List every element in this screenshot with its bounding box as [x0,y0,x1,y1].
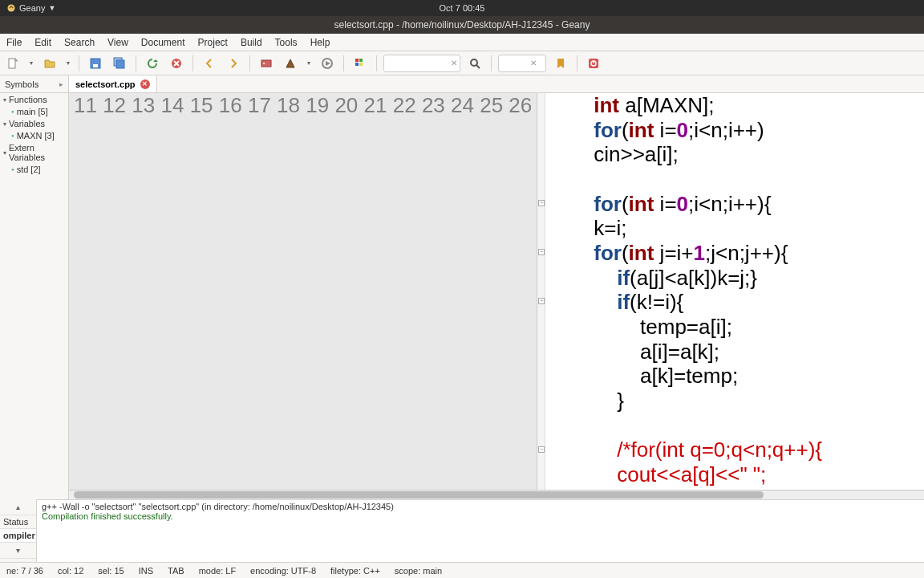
symbols-sidebar: ▾Functions●main [5]▾Variables●MAXN [3]▾E… [0,93,69,499]
code-view: 11 12 13 14 15 16 17 18 19 20 21 22 23 2… [69,93,924,490]
open-file-dropdown[interactable]: ▾ [64,59,72,67]
build-button[interactable] [281,54,300,73]
fold-toggle-icon[interactable]: − [538,249,545,255]
goto-input[interactable] [499,59,528,68]
symbol-group[interactable]: ▾Extern Variables [0,141,68,164]
tree-expand-icon: ▾ [3,96,6,104]
nav-back-button[interactable] [200,54,219,73]
tab-row: Symbols ▸ selectsort.cpp ✕ [0,75,924,93]
menu-bar: FileEditSearchViewDocumentProjectBuildTo… [0,34,924,51]
svg-rect-14 [355,59,359,62]
find-input[interactable] [384,59,448,68]
fold-column: −−−− [537,93,545,490]
svg-marker-13 [326,61,330,66]
reload-button[interactable] [143,54,162,73]
window-title: selectsort.cpp - /home/noilinux/Desktop/… [334,19,590,31]
find-clear-icon[interactable]: ✕ [448,58,460,69]
nav-forward-button[interactable] [224,54,243,73]
horizontal-scrollbar[interactable] [69,490,924,499]
symbol-item[interactable]: ●MAXN [3] [0,130,68,141]
status-tab-mode[interactable]: TAB [168,566,184,576]
symbol-group-label: Extern Variables [9,143,65,162]
sidebar-tab-symbols[interactable]: Symbols ▸ [0,75,69,92]
svg-marker-2 [15,59,18,61]
message-line: Compilation finished successfully. [42,511,919,521]
goto-clear-icon[interactable]: ✕ [528,58,539,69]
compiler-messages[interactable]: g++ -Wall -o "selectsort" "selectsort.cp… [37,499,924,562]
window-title-bar: selectsort.cpp - /home/noilinux/Desktop/… [0,16,924,34]
rail-up-icon[interactable]: ▴ [0,499,36,515]
svg-rect-17 [359,63,363,66]
fold-toggle-icon[interactable]: − [538,298,545,304]
symbol-item-label: main [5] [17,107,48,116]
status-position: ne: 7 / 36 [6,566,43,576]
symbol-item-label: std [2] [17,165,41,174]
code-source[interactable]: int a[MAXN]; for(int i=0;i<n;i++) cin>>a… [545,93,924,490]
menu-item-build[interactable]: Build [234,35,269,51]
symbol-group[interactable]: ▾Variables [0,117,68,130]
menu-item-tools[interactable]: Tools [269,35,304,51]
save-all-button[interactable] [110,54,129,73]
svg-marker-7 [153,59,158,62]
file-tab[interactable]: selectsort.cpp ✕ [69,75,157,92]
svg-rect-4 [93,64,98,67]
symbol-group[interactable]: ▾Functions [0,93,68,106]
chevron-right-icon: ▸ [59,80,63,88]
os-app-name: Geany [19,3,45,13]
menu-item-document[interactable]: Document [135,35,192,51]
svg-marker-11 [286,59,294,67]
new-file-button[interactable] [3,54,22,73]
os-app-menu[interactable]: Geany ▼ [6,3,55,13]
bullet-icon: ● [11,133,14,138]
new-file-dropdown[interactable]: ▾ [27,59,35,67]
toolbar: ▾ ▾ ▾ ✕ ✕ [0,51,924,75]
chevron-down-icon: ▼ [48,4,55,12]
find-box: ✕ [383,55,460,72]
symbol-item[interactable]: ●main [5] [0,106,68,117]
svg-rect-15 [359,59,363,62]
goto-button[interactable] [551,54,570,73]
os-clock: Oct 7 00:45 [440,3,485,13]
run-button[interactable] [318,54,337,73]
status-scope: scope: main [395,566,442,576]
sidebar-tab-label: Symbols [5,79,38,89]
menu-item-project[interactable]: Project [192,35,234,51]
menu-item-help[interactable]: Help [304,35,337,51]
close-icon[interactable]: ✕ [140,79,150,89]
quit-button[interactable] [584,54,603,73]
status-insert-mode[interactable]: INS [139,566,153,576]
fold-toggle-icon[interactable]: − [538,446,545,453]
find-button[interactable] [465,54,484,73]
compile-button[interactable] [257,54,276,73]
build-dropdown[interactable]: ▾ [305,59,313,67]
menu-item-edit[interactable]: Edit [28,35,58,51]
svg-point-18 [471,59,477,66]
toolbar-separator [491,55,492,71]
main-area: ▾Functions●main [5]▾Variables●MAXN [3]▾E… [0,93,924,499]
open-file-button[interactable] [40,54,59,73]
close-button[interactable] [167,54,186,73]
bullet-icon: ● [11,167,14,172]
toolbar-separator [343,55,344,71]
color-chooser-button[interactable] [351,54,370,73]
line-number-gutter: 11 12 13 14 15 16 17 18 19 20 21 22 23 2… [69,93,537,490]
menu-item-view[interactable]: View [101,35,135,51]
status-filetype: filetype: C++ [330,566,380,576]
toolbar-separator [577,55,578,71]
bottom-tab-status[interactable]: Status [0,515,36,529]
menu-item-search[interactable]: Search [58,35,101,51]
tree-expand-icon: ▾ [3,149,6,157]
bullet-icon: ● [11,109,14,114]
editor-area: 11 12 13 14 15 16 17 18 19 20 21 22 23 2… [69,93,924,499]
svg-point-0 [8,5,15,12]
toolbar-separator [136,55,136,71]
symbol-item[interactable]: ●std [2] [0,164,68,175]
bottom-tab-compiler[interactable]: ompiler [0,529,36,543]
scrollbar-thumb[interactable] [74,491,764,499]
message-line: g++ -Wall -o "selectsort" "selectsort.cp… [42,502,919,511]
rail-down-icon[interactable]: ▾ [0,543,36,559]
toolbar-separator [249,55,250,71]
menu-item-file[interactable]: File [0,35,28,51]
save-button[interactable] [86,54,105,73]
fold-toggle-icon[interactable]: − [538,200,545,206]
